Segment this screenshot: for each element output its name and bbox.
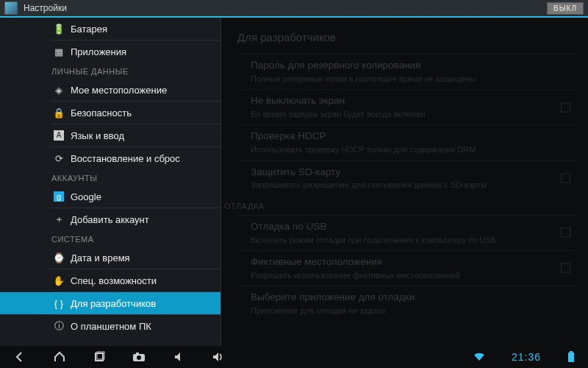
sidebar-item-label: О планшетном ПК <box>51 321 151 332</box>
sidebar-item-label: Восстановление и сброс <box>51 153 180 164</box>
refresh-icon: ⟳ <box>53 153 65 164</box>
sidebar-item-location[interactable]: ◈ Мое местоположение <box>0 79 220 101</box>
sidebar-item-label: Мое местоположение <box>51 85 167 96</box>
checkbox-icon[interactable] <box>561 174 570 183</box>
sidebar-item-about-tablet[interactable]: ⓘ О планшетном ПК <box>0 315 220 337</box>
pref-summary: Полные резервные копии в настоящее время… <box>251 74 523 84</box>
developer-toggle-off[interactable]: ВЫКЛ <box>547 2 584 15</box>
battery-icon: 🔋 <box>53 24 65 35</box>
pref-summary: Разрешить использование фиктивных местоп… <box>251 270 523 280</box>
lock-icon: 🔒 <box>53 107 65 118</box>
sidebar-item-backup-reset[interactable]: ⟳ Восстановление и сброс <box>0 147 220 169</box>
section-label-debug: ОТЛАДКА <box>224 196 575 215</box>
status-clock[interactable]: 21:36 <box>512 351 541 363</box>
volume-down-icon[interactable] <box>172 350 185 364</box>
pref-summary: Включить режим отладки при подключении к… <box>251 235 523 245</box>
pref-title: Пароль для резервного копирования <box>251 60 575 72</box>
pref-summary: Запрашивать разрешение для считывания да… <box>251 180 523 190</box>
hand-icon: ✋ <box>53 275 65 286</box>
sidebar-item-accessibility[interactable]: ✋ Спец. возможности <box>0 269 220 291</box>
clock-icon: ⌚ <box>53 252 65 263</box>
sidebar-item-apps[interactable]: ▦ Приложения <box>0 40 220 63</box>
pref-summary: Приложение для отладки не задано <box>251 305 523 316</box>
info-icon: ⓘ <box>53 319 65 333</box>
pref-title: Проверка HDCP <box>251 130 575 143</box>
sidebar-category-accounts: АККАУНТЫ <box>0 169 220 185</box>
svg-point-3 <box>137 355 141 360</box>
svg-rect-4 <box>136 353 139 355</box>
pref-title: Не выключать экран <box>251 95 575 107</box>
braces-icon: { } <box>53 298 65 309</box>
sidebar-item-google[interactable]: g Google <box>0 185 220 208</box>
sidebar-item-label: Добавить аккаунт <box>51 214 149 225</box>
pref-title: Фиктивные местоположения <box>251 256 575 269</box>
sidebar-category-personal: ЛИЧНЫЕ ДАННЫЕ <box>0 63 220 79</box>
pref-summary: Во время зарядки экран будет всегда вклю… <box>251 109 523 119</box>
screenshot-icon[interactable] <box>132 350 146 364</box>
sidebar-item-battery[interactable]: 🔋 Батарея <box>0 18 220 40</box>
battery-status-icon <box>567 351 575 363</box>
pref-backup-password[interactable]: Пароль для резервного копирования Полные… <box>237 54 575 89</box>
location-icon: ◈ <box>53 85 65 96</box>
system-navbar: 21:36 <box>0 346 588 368</box>
svg-rect-5 <box>568 353 574 362</box>
detail-header: Для разработчиков <box>237 26 575 54</box>
recent-apps-icon[interactable] <box>93 350 106 364</box>
detail-pane: Для разработчиков Пароль для резервного … <box>220 18 588 346</box>
sidebar-item-add-account[interactable]: ＋ Добавить аккаунт <box>0 208 220 230</box>
back-icon[interactable] <box>13 350 26 364</box>
pref-title: Отладка по USB <box>251 221 575 233</box>
sidebar-item-developer-options[interactable]: { } Для разработчиков <box>0 292 220 314</box>
pref-mock-locations[interactable]: Фиктивные местоположения Разрешить испол… <box>237 250 575 286</box>
pref-title: Выберите приложение для отладки <box>251 291 575 304</box>
svg-rect-6 <box>570 351 573 353</box>
sidebar-item-language[interactable]: A Язык и ввод <box>0 124 220 146</box>
pref-stay-awake[interactable]: Не выключать экран Во время зарядки экра… <box>237 89 575 124</box>
title-bar: Настройки ВЫКЛ <box>0 0 588 18</box>
window-title: Настройки <box>24 3 541 13</box>
settings-sidebar: 🔋 Батарея ▦ Приложения ЛИЧНЫЕ ДАННЫЕ ◈ М… <box>0 18 220 346</box>
google-icon: g <box>54 191 64 202</box>
sidebar-item-label: Спец. возможности <box>51 275 157 286</box>
pref-summary: Использовать проверку HDCP только для со… <box>251 144 523 155</box>
sidebar-item-security[interactable]: 🔒 Безопасность <box>0 102 220 124</box>
pref-hdcp-check[interactable]: Проверка HDCP Использовать проверку HDCP… <box>237 124 575 160</box>
checkbox-icon[interactable] <box>561 228 570 238</box>
checkbox-icon[interactable] <box>561 102 570 112</box>
volume-up-icon[interactable] <box>212 350 225 364</box>
plus-icon: ＋ <box>53 213 65 226</box>
pref-usb-debug[interactable]: Отладка по USB Включить режим отладки пр… <box>237 215 575 250</box>
home-icon[interactable] <box>53 350 66 364</box>
checkbox-icon[interactable] <box>561 263 570 273</box>
sidebar-item-datetime[interactable]: ⌚ Дата и время <box>0 247 220 269</box>
pref-title: Защитить SD-карту <box>251 166 575 179</box>
sidebar-item-label: Для разработчиков <box>51 298 156 309</box>
apps-icon: ▦ <box>53 46 65 57</box>
pref-select-debug-app[interactable]: Выберите приложение для отладки Приложен… <box>237 286 575 321</box>
wifi-icon <box>473 353 485 361</box>
language-icon: A <box>54 130 64 141</box>
settings-app-icon <box>4 1 18 15</box>
pref-protect-sd[interactable]: Защитить SD-карту Запрашивать разрешение… <box>237 160 575 196</box>
sidebar-category-system: СИСТЕМА <box>0 230 220 247</box>
